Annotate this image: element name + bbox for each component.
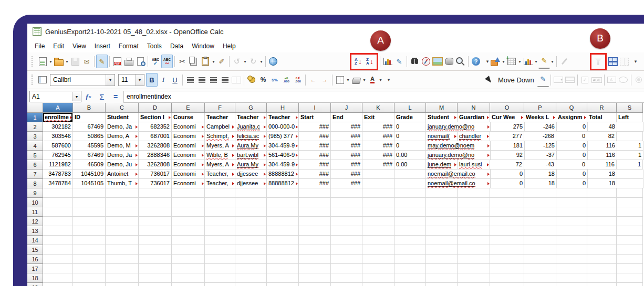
cell-B14[interactable] xyxy=(73,236,106,245)
cell-N3[interactable]: chandler xyxy=(458,132,490,141)
cell-C13[interactable] xyxy=(106,226,139,236)
cell-E3[interactable]: Economi xyxy=(172,132,205,141)
row-header-2[interactable]: 2 xyxy=(27,122,43,132)
cell-S7[interactable] xyxy=(617,170,643,179)
menu-window[interactable]: Window xyxy=(188,41,219,51)
cell-H9[interactable] xyxy=(267,188,299,198)
cell-N19[interactable] xyxy=(458,283,490,286)
data-sources-icon[interactable] xyxy=(443,55,455,68)
cell-K4[interactable]: ### xyxy=(362,141,394,151)
copy-icon[interactable] xyxy=(188,55,200,68)
cell-F8[interactable]: Teacher, xyxy=(205,179,235,188)
cell-F3[interactable]: Schimpf, xyxy=(205,132,235,141)
cell-I19[interactable] xyxy=(299,283,331,286)
cell-S5[interactable]: 1 xyxy=(617,151,643,160)
cell-E5[interactable]: Economi xyxy=(172,151,205,160)
cell-I14[interactable] xyxy=(299,236,331,245)
row-header-18[interactable]: 18 xyxy=(27,273,43,283)
cell-L9[interactable] xyxy=(394,188,426,198)
cell-L13[interactable] xyxy=(394,226,426,236)
paste-icon-dropdown[interactable]: ▾ xyxy=(211,55,216,68)
cell-D1[interactable]: Section I xyxy=(139,113,172,122)
cell-B17[interactable] xyxy=(73,264,106,273)
row-header-15[interactable]: 15 xyxy=(27,245,43,255)
cell-S1[interactable]: Left xyxy=(617,113,643,122)
cell-O10[interactable] xyxy=(490,198,524,207)
cell-C3[interactable]: Demo, A xyxy=(106,132,139,141)
cell-L18[interactable] xyxy=(394,273,426,283)
cell-E18[interactable] xyxy=(172,273,205,283)
cell-I8[interactable]: ### xyxy=(299,179,331,188)
font-name-dropdown-icon[interactable]: ▾ xyxy=(106,75,115,86)
column-header-O[interactable]: O xyxy=(490,103,524,113)
cell-K9[interactable] xyxy=(362,188,394,198)
zoom-icon[interactable] xyxy=(455,55,466,68)
cell-K1[interactable]: Exit xyxy=(362,113,394,122)
cell-K7[interactable] xyxy=(362,170,394,179)
filter-icon[interactable] xyxy=(593,55,604,68)
formula-input[interactable] xyxy=(123,91,644,103)
borders-icon[interactable] xyxy=(334,73,346,87)
cell-C15[interactable] xyxy=(106,245,139,255)
cell-P11[interactable] xyxy=(524,207,556,217)
column-header-M[interactable]: M xyxy=(426,103,458,113)
cell-L10[interactable] xyxy=(394,198,426,207)
cell-E1[interactable]: Course xyxy=(172,113,205,122)
column-header-R[interactable]: R xyxy=(587,103,617,113)
cell-O4[interactable]: 181 xyxy=(491,141,525,151)
standard-format-icon[interactable]: $% xyxy=(269,73,281,87)
cell-A12[interactable] xyxy=(43,217,73,226)
cell-A9[interactable] xyxy=(43,188,73,198)
cell-O6[interactable]: 72 xyxy=(490,160,524,170)
insert-chart-2-icon-dropdown[interactable]: ▾ xyxy=(534,55,538,68)
cell-Q4[interactable]: 0 xyxy=(557,141,588,151)
cell-C5[interactable]: Demo, Ja xyxy=(106,151,139,160)
menu-tools[interactable]: Tools xyxy=(143,41,166,51)
edit-points-icon-dropdown[interactable]: ▾ xyxy=(550,55,555,68)
cell-R9[interactable] xyxy=(587,188,617,198)
cell-I13[interactable] xyxy=(299,226,331,236)
font-color-icon[interactable] xyxy=(367,73,378,87)
help-icon[interactable] xyxy=(470,55,482,68)
cell-J15[interactable] xyxy=(331,245,362,255)
menu-view[interactable]: View xyxy=(68,41,90,51)
increase-indent-icon[interactable]: → xyxy=(319,73,330,87)
cell-R16[interactable] xyxy=(587,255,617,264)
cell-J10[interactable] xyxy=(331,198,362,207)
cell-N12[interactable] xyxy=(458,217,490,226)
cell-D17[interactable] xyxy=(139,264,172,273)
cell-J2[interactable]: ### xyxy=(331,122,362,132)
column-header-K[interactable]: K xyxy=(362,103,394,113)
row-header-12[interactable]: 12 xyxy=(27,217,43,226)
cell-H18[interactable] xyxy=(267,273,299,283)
cell-P5[interactable]: -37 xyxy=(525,151,557,160)
cell-E12[interactable] xyxy=(172,217,205,226)
column-header-D[interactable]: D xyxy=(139,103,172,113)
cell-A3[interactable]: 303546 xyxy=(43,132,73,141)
cell-A11[interactable] xyxy=(43,207,73,217)
cell-O12[interactable] xyxy=(490,217,524,226)
page-preview-icon[interactable] xyxy=(134,55,146,68)
cell-H1[interactable]: Teacher xyxy=(267,113,299,122)
cell-P8[interactable]: 18 xyxy=(525,179,557,188)
cell-J1[interactable]: End xyxy=(331,113,362,122)
cell-C2[interactable]: Demo, Ja xyxy=(106,122,139,132)
cell-C7[interactable]: Antoinet xyxy=(106,170,139,179)
cell-H3[interactable]: (985) 377 xyxy=(267,132,299,141)
cell-M11[interactable] xyxy=(426,207,458,217)
bold-button[interactable]: B xyxy=(146,73,158,87)
cell-B13[interactable] xyxy=(73,226,106,236)
cell-B15[interactable] xyxy=(73,245,106,255)
cell-S3[interactable] xyxy=(617,132,643,141)
cell-S19[interactable] xyxy=(617,283,643,286)
cell-F10[interactable] xyxy=(205,198,235,207)
cell-L3[interactable]: 0 xyxy=(394,132,426,141)
cell-J6[interactable]: ### xyxy=(331,160,362,170)
insert-cells-icon[interactable] xyxy=(506,55,517,68)
cell-P2[interactable]: -246 xyxy=(525,122,557,132)
cell-Q5[interactable]: 0 xyxy=(557,151,588,160)
cell-A6[interactable]: 1121982 xyxy=(43,160,73,170)
basic-shapes-icon-dropdown[interactable]: ▾ xyxy=(501,55,506,68)
format-more-icon[interactable]: ▾ xyxy=(383,73,394,87)
cell-O5[interactable]: 92 xyxy=(491,151,525,160)
